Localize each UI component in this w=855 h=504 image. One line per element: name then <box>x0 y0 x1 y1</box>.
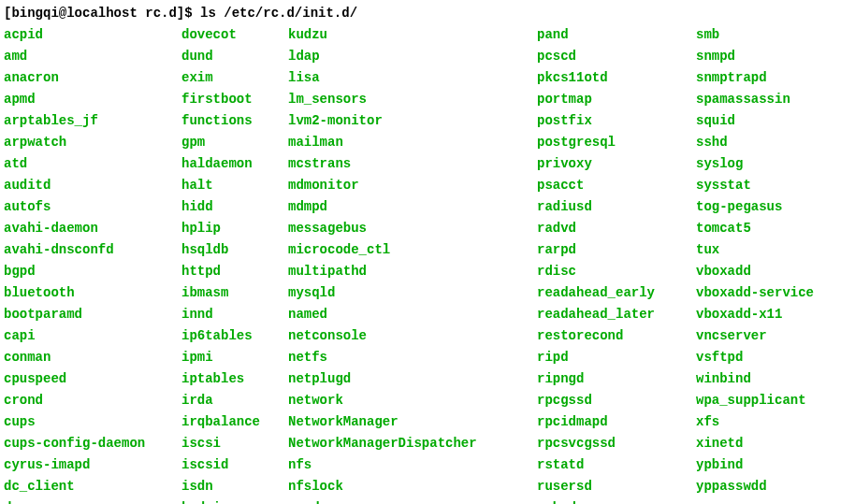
file-entry: vboxadd-service <box>696 282 814 304</box>
file-entry: NetworkManager <box>288 411 537 433</box>
file-entry: postgresql <box>537 132 696 153</box>
file-entry: innd <box>181 304 288 325</box>
file-entry: mdmonitor <box>288 175 537 196</box>
shell-prompt: [bingqi@localhost rc.d]$ ls /etc/rc.d/in… <box>4 6 851 21</box>
file-entry: rusersd <box>537 476 696 497</box>
file-entry: snmptrapd <box>696 67 814 89</box>
file-entry: acpid <box>4 24 181 46</box>
file-entry: bgpd <box>4 261 181 282</box>
file-entry: dc_client <box>4 476 181 497</box>
file-entry: tog-pegasus <box>696 196 814 218</box>
file-entry: iscsid <box>181 454 288 476</box>
file-entry: dc_server <box>4 497 181 504</box>
file-entry: vboxadd-x11 <box>696 304 814 325</box>
file-entry: irda <box>181 390 288 411</box>
column-0: acpid amd anacron apmd arptables_jf arpw… <box>4 24 181 504</box>
file-entry: netconsole <box>288 325 537 347</box>
file-entry: pkcs11otd <box>537 67 696 89</box>
file-entry: capi <box>4 325 181 347</box>
file-entry: gpm <box>181 132 288 153</box>
file-entry: readahead_early <box>537 282 696 304</box>
file-entry: portmap <box>537 89 696 110</box>
file-entry: amd <box>4 46 181 67</box>
file-entry: auditd <box>4 175 181 196</box>
column-1: dovecot dund exim firstboot functions gp… <box>181 24 288 504</box>
file-entry: ypserv <box>696 497 814 504</box>
file-entry: readahead_later <box>537 304 696 325</box>
file-entry: haldaemon <box>181 153 288 175</box>
file-entry: isdn <box>181 476 288 497</box>
file-entry: rpcsvcgssd <box>537 433 696 454</box>
file-entry: anacron <box>4 67 181 89</box>
file-entry: mysqld <box>288 282 537 304</box>
file-entry: network <box>288 390 537 411</box>
file-entry: ipmi <box>181 347 288 368</box>
file-entry: lisa <box>288 67 537 89</box>
file-entry: tomcat5 <box>696 218 814 239</box>
file-entry: privoxy <box>537 153 696 175</box>
file-entry: rwhod <box>537 497 696 504</box>
file-entry: NetworkManagerDispatcher <box>288 433 537 454</box>
file-entry: autofs <box>4 196 181 218</box>
file-entry: tux <box>696 239 814 261</box>
file-entry: mdmpd <box>288 196 537 218</box>
file-entry: pcscd <box>537 46 696 67</box>
file-entry: multipathd <box>288 261 537 282</box>
file-entry: psacct <box>537 175 696 196</box>
file-entry: ibmasm <box>181 282 288 304</box>
file-entry: radiusd <box>537 196 696 218</box>
file-entry: rarpd <box>537 239 696 261</box>
file-entry: nfslock <box>288 476 537 497</box>
file-entry: ypbind <box>696 454 814 476</box>
file-entry: ldap <box>288 46 537 67</box>
file-entry: irqbalance <box>181 411 288 433</box>
file-entry: rpcgssd <box>537 390 696 411</box>
file-entry: spamassassin <box>696 89 814 110</box>
file-entry: arptables_jf <box>4 110 181 132</box>
file-entry: cpuspeed <box>4 368 181 390</box>
file-entry: halt <box>181 175 288 196</box>
file-entry: hplip <box>181 218 288 239</box>
file-entry: lm_sensors <box>288 89 537 110</box>
ls-output: acpid amd anacron apmd arptables_jf arpw… <box>4 24 851 504</box>
file-entry: pand <box>537 24 696 46</box>
file-entry: nscd <box>288 497 537 504</box>
file-entry: kudzu <box>288 24 537 46</box>
file-entry: ip6tables <box>181 325 288 347</box>
file-entry: messagebus <box>288 218 537 239</box>
file-entry: syslog <box>696 153 814 175</box>
file-entry: avahi-dnsconfd <box>4 239 181 261</box>
file-entry: vsftpd <box>696 347 814 368</box>
file-entry: yppasswdd <box>696 476 814 497</box>
column-4: smb snmpd snmptrapd spamassassin squid s… <box>696 24 814 504</box>
file-entry: winbind <box>696 368 814 390</box>
file-entry: smb <box>696 24 814 46</box>
file-entry: cups <box>4 411 181 433</box>
file-entry: restorecond <box>537 325 696 347</box>
file-entry: sysstat <box>696 175 814 196</box>
file-entry: iptables <box>181 368 288 390</box>
file-entry: squid <box>696 110 814 132</box>
file-entry: atd <box>4 153 181 175</box>
file-entry: rstatd <box>537 454 696 476</box>
file-entry: crond <box>4 390 181 411</box>
file-entry: kadmin <box>181 497 288 504</box>
file-entry: exim <box>181 67 288 89</box>
file-entry: apmd <box>4 89 181 110</box>
file-entry: rpcidmapd <box>537 411 696 433</box>
file-entry: postfix <box>537 110 696 132</box>
file-entry: httpd <box>181 261 288 282</box>
file-entry: hsqldb <box>181 239 288 261</box>
file-entry: netplugd <box>288 368 537 390</box>
file-entry: mailman <box>288 132 537 153</box>
file-entry: dovecot <box>181 24 288 46</box>
file-entry: wpa_supplicant <box>696 390 814 411</box>
file-entry: arpwatch <box>4 132 181 153</box>
file-entry: firstboot <box>181 89 288 110</box>
file-entry: bootparamd <box>4 304 181 325</box>
file-entry: vboxadd <box>696 261 814 282</box>
file-entry: netfs <box>288 347 537 368</box>
file-entry: snmpd <box>696 46 814 67</box>
file-entry: ripngd <box>537 368 696 390</box>
file-entry: nfs <box>288 454 537 476</box>
